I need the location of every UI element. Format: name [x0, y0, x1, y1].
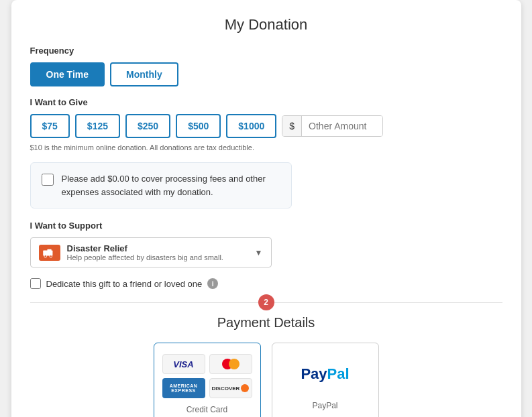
paypal-logo: PayPal	[301, 354, 349, 394]
frequency-label: Frequency	[30, 46, 502, 56]
support-dropdown[interactable]: Disaster Relief Help people affected by …	[30, 237, 272, 267]
payment-options: VISA AMERICAN EXPRESS DISCOVER Cred	[30, 343, 502, 417]
disaster-icon	[39, 245, 60, 261]
chevron-down-icon: ▼	[255, 248, 263, 257]
dedicate-row: Dedicate this gift to a friend or loved …	[30, 278, 502, 289]
other-amount-input[interactable]	[302, 116, 382, 136]
step-2-badge: 2	[258, 294, 274, 310]
support-label: I Want to Support	[30, 221, 502, 231]
svg-point-3	[50, 255, 52, 257]
monthly-button[interactable]: Monthly	[110, 62, 178, 86]
amex-logo: AMERICAN EXPRESS	[162, 378, 205, 398]
dropdown-subtitle: Help people affected by disasters big an…	[67, 253, 248, 261]
amount-250[interactable]: $250	[125, 114, 170, 138]
amount-75[interactable]: $75	[30, 114, 70, 138]
processing-fee-text: Please add $0.00 to cover processing fee…	[62, 172, 280, 198]
amount-125[interactable]: $125	[75, 114, 120, 138]
dropdown-text: Disaster Relief Help people affected by …	[67, 243, 248, 261]
credit-card-logos: VISA AMERICAN EXPRESS DISCOVER	[162, 354, 252, 398]
amount-500[interactable]: $500	[176, 114, 221, 138]
processing-fee-box: Please add $0.00 to cover processing fee…	[30, 162, 292, 208]
visa-logo: VISA	[162, 354, 205, 374]
payment-title: Payment Details	[30, 315, 502, 331]
one-time-button[interactable]: One Time	[30, 62, 105, 86]
dedicate-label: Dedicate this gift to a friend or loved …	[46, 279, 203, 289]
paypal-option[interactable]: PayPal PayPal	[272, 343, 379, 417]
give-label: I Want to Give	[30, 97, 502, 107]
page-title: My Donation	[30, 16, 502, 34]
svg-rect-1	[47, 249, 51, 253]
dedicate-checkbox[interactable]	[30, 278, 41, 289]
svg-point-2	[44, 255, 47, 257]
amount-buttons: $75 $125 $250 $500 $1000 $	[30, 114, 502, 138]
processing-fee-checkbox[interactable]	[42, 174, 54, 186]
mastercard-logo	[209, 354, 252, 374]
frequency-section: Frequency One Time Monthly	[30, 46, 502, 86]
paypal-label: PayPal	[312, 401, 337, 410]
dollar-sign: $	[282, 116, 302, 136]
donation-form: My Donation Frequency One Time Monthly I…	[11, 0, 521, 417]
min-donation-note: $10 is the minimum online donation. All …	[30, 143, 502, 152]
give-section: I Want to Give $75 $125 $250 $500 $1000 …	[30, 97, 502, 138]
dropdown-title: Disaster Relief	[67, 243, 248, 253]
discover-logo: DISCOVER	[209, 378, 252, 398]
other-amount-wrapper: $	[282, 115, 383, 137]
divider-section: 2	[30, 302, 502, 303]
frequency-buttons: One Time Monthly	[30, 62, 502, 86]
amount-1000[interactable]: $1000	[226, 114, 276, 138]
credit-card-option[interactable]: VISA AMERICAN EXPRESS DISCOVER Cred	[154, 343, 261, 417]
info-icon[interactable]: i	[207, 278, 218, 289]
support-section: I Want to Support Disaster Relief Help p…	[30, 221, 502, 267]
credit-card-label: Credit Card	[187, 405, 227, 414]
